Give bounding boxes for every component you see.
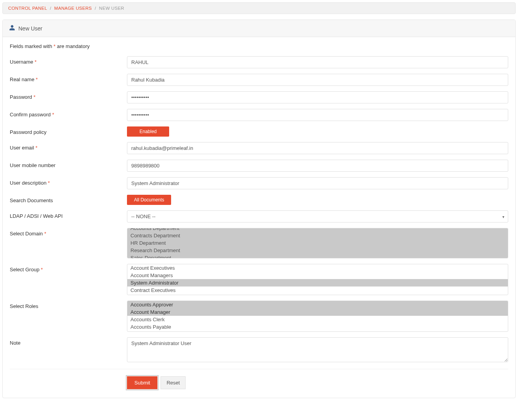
label-realname: Real name *: [10, 74, 127, 82]
domain-option[interactable]: Sales Department: [127, 254, 508, 258]
label-select-domain: Select Domain *: [10, 228, 127, 237]
password-input[interactable]: [127, 91, 508, 103]
group-option[interactable]: System Administrator: [127, 279, 508, 287]
breadcrumb-item-new-user: NEW USER: [99, 6, 124, 11]
label-select-group: Select Group *: [10, 264, 127, 272]
label-search-documents: Search Documents: [10, 195, 127, 203]
domain-option[interactable]: Contracts Department: [127, 232, 508, 239]
email-input[interactable]: [127, 142, 508, 154]
panel-header: New User: [3, 20, 515, 37]
reset-button[interactable]: Reset: [161, 376, 186, 389]
domain-option[interactable]: HR Department: [127, 239, 508, 247]
label-email: User email *: [10, 142, 127, 151]
label-description: User description *: [10, 177, 127, 186]
roles-option[interactable]: Accounts Payable: [127, 323, 508, 331]
breadcrumb-item-manage-users[interactable]: MANAGE USERS: [54, 6, 92, 11]
label-mobile: User mobile number: [10, 160, 127, 168]
group-option[interactable]: Account Executives: [127, 264, 508, 272]
mandatory-note: Fields marked with * are mandatory: [10, 43, 508, 49]
description-input[interactable]: [127, 177, 508, 189]
group-option[interactable]: Account Managers: [127, 272, 508, 279]
label-password: Password *: [10, 91, 127, 100]
breadcrumb-separator: /: [95, 6, 96, 11]
label-ldap: LDAP / ADSI / Web API: [10, 210, 127, 219]
confirm-password-input[interactable]: [127, 109, 508, 121]
group-multiselect[interactable]: Account ExecutivesAccount ManagersSystem…: [127, 264, 508, 295]
ldap-select[interactable]: -- NONE --: [127, 210, 508, 222]
username-input[interactable]: [127, 56, 508, 68]
roles-option[interactable]: Account Manager: [127, 308, 508, 316]
domain-multiselect[interactable]: Accounts DepartmentContracts DepartmentH…: [127, 228, 508, 258]
group-option[interactable]: Contract Executives: [127, 287, 508, 294]
label-note: Note: [10, 337, 127, 346]
note-textarea[interactable]: System Administrator User: [127, 337, 508, 362]
domain-option[interactable]: Accounts Department: [127, 228, 508, 232]
roles-option[interactable]: Accounts Clerk: [127, 316, 508, 323]
user-icon: [9, 25, 15, 32]
breadcrumb-item-control-panel[interactable]: CONTROL PANEL: [8, 6, 47, 11]
mobile-input[interactable]: [127, 160, 508, 172]
submit-button[interactable]: Submit: [127, 376, 157, 389]
realname-input[interactable]: [127, 74, 508, 86]
breadcrumb: CONTROL PANEL / MANAGE USERS / NEW USER: [2, 2, 516, 14]
label-confirm-password: Confirm password *: [10, 109, 127, 117]
roles-option[interactable]: Accounts Approver: [127, 301, 508, 308]
search-documents-toggle[interactable]: All Documents: [127, 195, 171, 205]
domain-option[interactable]: Research Department: [127, 247, 508, 254]
password-policy-toggle[interactable]: Enabled: [127, 126, 169, 137]
label-select-roles: Select Roles: [10, 301, 127, 309]
label-username: Username *: [10, 56, 127, 65]
label-password-policy: Password policy: [10, 126, 127, 135]
breadcrumb-separator: /: [50, 6, 52, 11]
roles-multiselect[interactable]: Accounts ApproverAccount ManagerAccounts…: [127, 301, 508, 332]
panel-title: New User: [18, 25, 42, 32]
new-user-panel: New User Fields marked with * are mandat…: [2, 20, 516, 398]
